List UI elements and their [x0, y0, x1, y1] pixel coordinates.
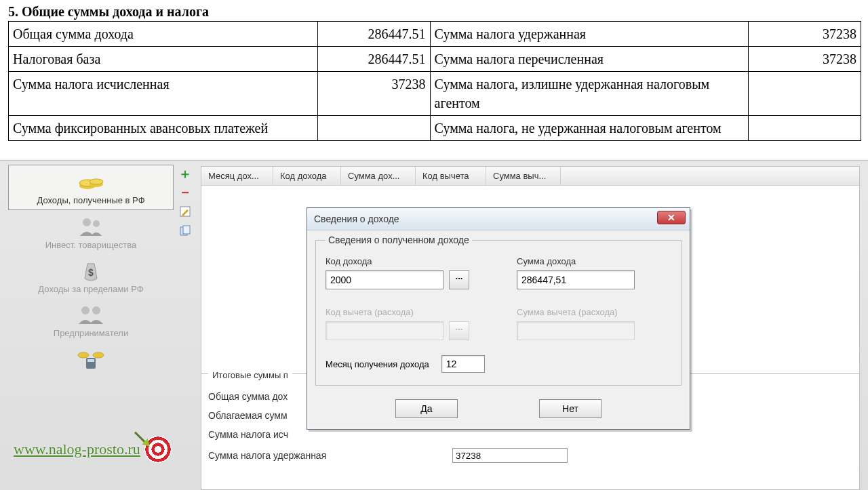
sidebar-item-invest[interactable]: Инвест. товарищества	[8, 210, 174, 254]
sidebar-item-entrepreneurs[interactable]: Предприниматели	[8, 298, 174, 342]
section-title: 5. Общие суммы дохода и налога	[8, 4, 861, 20]
edit-row-button[interactable]	[178, 204, 193, 219]
income-code-label: Код дохода	[326, 256, 469, 266]
income-sum-input[interactable]	[517, 270, 635, 289]
income-code-browse-button[interactable]: ...	[449, 270, 469, 289]
copy-row-button[interactable]	[178, 223, 193, 238]
sidebar-item-label: Доходы за пределами РФ	[11, 284, 171, 294]
svg-text:$: $	[88, 267, 94, 278]
income-fieldset: Сведения о полученном доходе Код дохода …	[315, 234, 682, 386]
money-bag-icon: $	[11, 258, 171, 283]
businessmen-icon	[11, 302, 171, 327]
remove-row-button[interactable]: −	[178, 185, 193, 200]
svg-rect-12	[87, 359, 94, 362]
grid-col-dedcode[interactable]: Код вычета	[416, 167, 486, 185]
summary-legend: Итоговые суммы п	[208, 370, 292, 380]
close-button[interactable]: ✕	[657, 211, 686, 224]
deduction-sum-input	[517, 321, 635, 340]
svg-point-8	[92, 306, 100, 314]
svg-point-4	[83, 218, 91, 226]
ok-button[interactable]: Да	[395, 399, 458, 418]
cancel-button[interactable]: Нет	[539, 399, 601, 418]
deduction-code-browse-button: ...	[449, 321, 469, 340]
document-excerpt: 5. Общие суммы дохода и налога Общая сум…	[0, 0, 868, 141]
grid-col-dedsum[interactable]: Сумма выч...	[486, 167, 561, 185]
deduction-sum-label: Сумма вычета (расхода)	[517, 307, 635, 317]
income-dialog: Сведения о доходе ✕ Сведения о полученно…	[307, 207, 690, 430]
summary-label: Сумма налога исч	[208, 429, 452, 440]
watermark: www.nalog-prosto.ru	[14, 436, 172, 463]
svg-point-9	[78, 352, 89, 358]
sidebar-item-income-rf[interactable]: Доходы, полученные в РФ	[8, 165, 174, 210]
dialog-title-text: Сведения о доходе	[314, 213, 399, 224]
sidebar-item-deductions[interactable]	[8, 342, 174, 376]
row-toolbar: ＋ −	[178, 166, 193, 238]
svg-rect-15	[183, 226, 190, 234]
grid-col-sum[interactable]: Сумма дох...	[341, 167, 416, 185]
people-icon	[11, 214, 171, 239]
dialog-titlebar[interactable]: Сведения о доходе ✕	[307, 208, 690, 230]
svg-point-5	[93, 220, 100, 227]
income-code-input[interactable]	[326, 270, 443, 289]
svg-point-3	[90, 179, 103, 184]
deduction-code-label: Код вычета (расхода)	[326, 307, 469, 317]
calculator-coins-icon	[11, 346, 171, 371]
add-row-button[interactable]: ＋	[178, 166, 193, 181]
tax-summary-table: Общая сумма дохода 286447.51 Сумма налог…	[8, 21, 861, 141]
grid-header-row: Месяц дох... Код дохода Сумма дох... Код…	[201, 167, 859, 186]
fieldset-legend: Сведения о полученном доходе	[326, 234, 472, 245]
summary-label: Сумма налога удержанная	[208, 450, 452, 461]
watermark-text: www.nalog-prosto.ru	[14, 441, 140, 458]
sidebar-item-label: Предприниматели	[11, 328, 171, 338]
grid-col-code[interactable]: Код дохода	[273, 167, 341, 185]
income-sum-label: Сумма дохода	[517, 256, 635, 266]
deduction-code-input	[326, 321, 443, 340]
sidebar-item-label: Доходы, полученные в РФ	[12, 195, 170, 205]
svg-point-10	[93, 352, 104, 358]
svg-point-7	[81, 306, 90, 314]
coins-icon	[12, 169, 170, 194]
sidebar-item-label: Инвест. товарищества	[11, 240, 171, 250]
month-label: Месяц получения дохода	[326, 359, 429, 369]
summary-withheld-input[interactable]	[452, 448, 568, 463]
month-input[interactable]	[441, 355, 485, 373]
sidebar-item-income-abroad[interactable]: $ Доходы за пределами РФ	[8, 254, 174, 298]
grid-col-month[interactable]: Месяц дох...	[201, 167, 273, 185]
